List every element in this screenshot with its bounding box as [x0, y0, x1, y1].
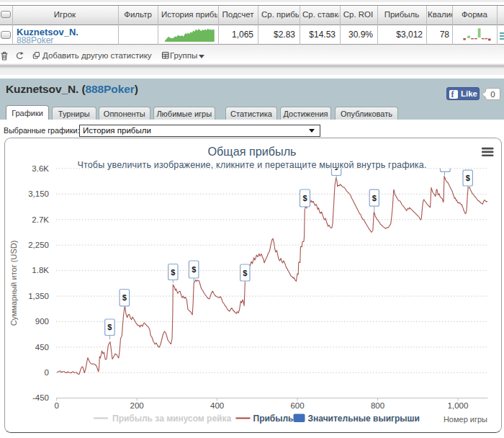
svg-text:1,350: 1,350 — [28, 292, 49, 300]
svg-text:Номер игры: Номер игры — [444, 415, 487, 424]
svg-text:$: $ — [192, 265, 196, 274]
svg-text:900: 900 — [35, 317, 49, 326]
svg-text:1,000: 1,000 — [448, 401, 469, 410]
svg-text:$: $ — [107, 323, 112, 331]
svg-text:2,250: 2,250 — [28, 241, 49, 249]
svg-text:$: $ — [466, 174, 470, 182]
svg-text:$: $ — [243, 269, 247, 277]
svg-text:400: 400 — [210, 401, 224, 410]
svg-text:2.7K: 2.7K — [32, 215, 49, 224]
svg-text:$: $ — [122, 293, 127, 302]
svg-text:600: 600 — [290, 401, 304, 410]
svg-text:450: 450 — [35, 343, 49, 352]
svg-text:Суммарный итог (USD): Суммарный итог (USD) — [9, 241, 18, 326]
svg-text:0: 0 — [45, 368, 49, 377]
svg-text:3,150: 3,150 — [28, 189, 49, 198]
svg-text:Прибыль за минусом рейка: Прибыль за минусом рейка — [112, 414, 231, 424]
svg-text:1.8K: 1.8K — [32, 266, 49, 274]
svg-text:800: 800 — [371, 401, 384, 410]
svg-text:$: $ — [372, 194, 377, 202]
svg-text:Значительные выигрыши: Значительные выигрыши — [308, 414, 420, 424]
svg-text:-450: -450 — [32, 393, 49, 402]
svg-text:$: $ — [302, 194, 307, 202]
svg-text:0: 0 — [54, 401, 58, 410]
svg-text:Прибыль: Прибыль — [253, 414, 294, 424]
svg-text:200: 200 — [130, 401, 144, 410]
svg-text:$: $ — [171, 268, 175, 277]
